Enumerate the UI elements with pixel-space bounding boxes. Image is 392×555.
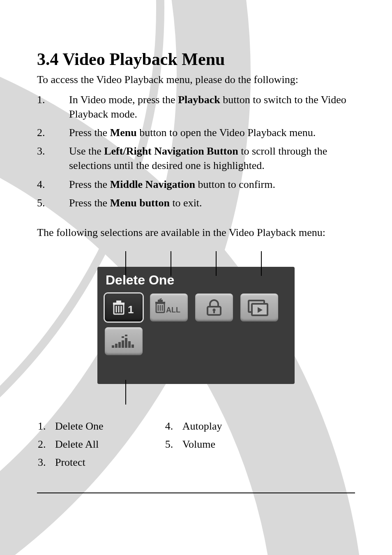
volume-icon — [110, 333, 137, 349]
step-4: Press the Middle Navigation button to co… — [37, 177, 355, 192]
legend-item: 4.Autoplay — [165, 420, 222, 432]
menu-legend: 1.Delete One 2.Delete All 3.Protect 4.Au… — [37, 420, 355, 474]
svg-text:ALL: ALL — [166, 306, 180, 314]
callout-pointer — [125, 380, 126, 405]
svg-rect-21 — [115, 344, 118, 348]
callout-pointer — [125, 251, 126, 276]
menu-title: Delete One — [106, 273, 287, 288]
legend-item: 2.Delete All — [38, 438, 104, 451]
step-5: Press the Menu button to exit. — [37, 196, 355, 210]
legend-item: 3.Protect — [38, 456, 104, 469]
step-2: Press the Menu button to open the Video … — [37, 125, 355, 140]
trash-one-icon: 1 — [111, 298, 136, 317]
svg-rect-23 — [122, 340, 124, 348]
legend-item: 5.Volume — [165, 438, 222, 451]
svg-rect-25 — [125, 335, 127, 336]
svg-text:1: 1 — [128, 303, 134, 316]
menu-item-protect[interactable] — [195, 294, 233, 321]
svg-rect-22 — [118, 342, 121, 348]
step-1: In Video mode, press the Playback button… — [37, 92, 355, 121]
svg-rect-24 — [125, 338, 127, 348]
autoplay-icon — [246, 298, 272, 317]
svg-rect-12 — [158, 300, 163, 302]
svg-rect-26 — [122, 336, 124, 338]
svg-rect-4 — [113, 303, 125, 305]
step-3: Use the Left/Right Navigation Button to … — [37, 144, 355, 173]
lock-icon — [202, 298, 226, 317]
menu-item-delete-all[interactable]: ALL — [150, 294, 188, 321]
menu-screenshot: Delete One 1 — [97, 267, 295, 384]
menu-item-autoplay[interactable] — [240, 294, 278, 321]
page-divider — [37, 493, 355, 493]
mid-text: The following selections are available i… — [37, 227, 355, 239]
menu-item-volume[interactable] — [105, 327, 143, 355]
page-title: 3.4 Video Playback Menu — [37, 49, 355, 69]
page-content: 3.4 Video Playback Menu To access the Vi… — [0, 0, 392, 555]
menu-item-delete-one[interactable]: 1 — [105, 294, 143, 321]
svg-rect-5 — [116, 301, 121, 303]
callout-pointer — [261, 251, 262, 276]
steps-list: In Video mode, press the Playback button… — [37, 92, 355, 210]
callout-pointer — [216, 251, 217, 276]
svg-rect-27 — [128, 341, 131, 348]
svg-rect-16 — [213, 310, 215, 313]
svg-rect-11 — [155, 302, 165, 304]
svg-rect-28 — [131, 345, 134, 348]
callout-pointer — [171, 251, 171, 276]
intro-text: To access the Video Playback menu, pleas… — [37, 72, 355, 87]
svg-rect-20 — [112, 345, 114, 348]
trash-all-icon: ALL — [154, 298, 183, 317]
legend-item: 1.Delete One — [38, 420, 104, 432]
menu-diagram: Delete One 1 — [97, 251, 295, 405]
